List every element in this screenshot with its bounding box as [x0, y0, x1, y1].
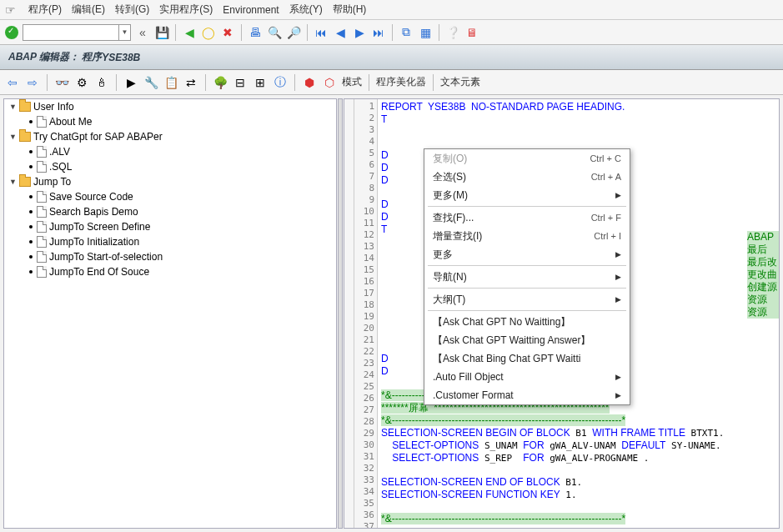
- page-icon: [37, 191, 47, 203]
- tree-node-jumpto[interactable]: ▼Jump To: [4, 174, 336, 189]
- ctx-more1[interactable]: 更多(M)▶: [424, 186, 630, 204]
- new-session-icon[interactable]: ⧉: [399, 25, 414, 40]
- check-icon[interactable]: ⚙: [74, 75, 89, 90]
- folder-icon: [19, 177, 31, 187]
- text-elements-button[interactable]: 文本元素: [440, 75, 480, 89]
- gui-icon[interactable]: 🖥: [464, 25, 479, 40]
- menu-environment[interactable]: Environment: [223, 4, 279, 16]
- ctx-ask2[interactable]: 【Ask Chat GPT Waitting Answer】: [424, 331, 630, 349]
- pretty-icon[interactable]: ⬢: [302, 75, 317, 90]
- activate-icon[interactable]: 🕯: [94, 75, 109, 90]
- where-used-icon[interactable]: 🔧: [143, 75, 158, 90]
- title-prefix: ABAP 编辑器： 程序: [8, 50, 102, 64]
- ctx-sep: [428, 310, 626, 311]
- info-icon[interactable]: ⓘ: [273, 75, 288, 90]
- menubar: ☞ 程序(P) 编辑(E) 转到(G) 实用程序(S) Environment …: [0, 0, 783, 20]
- ctx-more2[interactable]: 更多▶: [424, 245, 630, 263]
- help-icon[interactable]: ❔: [445, 25, 460, 40]
- main-toolbar: ▼ « 💾 ◀ ◯ ✖ 🖶 🔍 🔎 ⏮ ◀ ▶ ⏭ ⧉ ▦ ❔ 🖥: [0, 20, 783, 45]
- menu-icon[interactable]: ☞: [5, 3, 16, 17]
- cancel-icon[interactable]: ✖: [220, 25, 235, 40]
- tree-leaf-aboutme[interactable]: About Me: [4, 114, 336, 129]
- page-icon: [37, 161, 47, 173]
- code-line: REPORT YSE38B NO-STANDARD PAGE HEADING.: [381, 101, 625, 113]
- find-icon[interactable]: 🔍: [267, 25, 282, 40]
- object-list-icon[interactable]: 📋: [163, 75, 178, 90]
- tree-label: .ALV: [49, 146, 70, 158]
- ctx-nav[interactable]: 导航(N)▶: [424, 268, 630, 286]
- find-next-icon[interactable]: 🔎: [286, 25, 301, 40]
- code-line: D: [381, 353, 389, 364]
- page-icon: [37, 266, 47, 278]
- separator: [294, 74, 295, 91]
- tree-node-userinfo[interactable]: ▼User Info: [4, 99, 336, 114]
- tree-leaf-alv[interactable]: .ALV: [4, 144, 336, 159]
- tree-label: Search Bapis Demo: [49, 206, 138, 218]
- ctx-autofill[interactable]: .Auto Fill Object▶: [424, 368, 630, 386]
- pretty2-icon[interactable]: ⬡: [322, 75, 337, 90]
- tree-leaf-init[interactable]: JumpTo Initialization: [4, 234, 336, 249]
- prev-page-icon[interactable]: ◀: [333, 25, 348, 40]
- dropdown-icon[interactable]: ▼: [118, 25, 130, 40]
- next-page-icon[interactable]: ▶: [352, 25, 367, 40]
- execute-icon[interactable]: ▶: [123, 75, 138, 90]
- save-icon[interactable]: 💾: [154, 25, 169, 40]
- tree-leaf-screen[interactable]: JumpTo Screen Define: [4, 219, 336, 234]
- menu-program[interactable]: 程序(P): [28, 3, 62, 17]
- code-line: SELECTION-SCREEN BEGIN OF BLOCK: [381, 427, 570, 439]
- print-icon[interactable]: 🖶: [248, 25, 263, 40]
- first-page-icon[interactable]: ⏮: [314, 25, 329, 40]
- command-combo[interactable]: ▼: [23, 24, 131, 41]
- breakpoint-icon[interactable]: ⊟: [233, 75, 248, 90]
- ok-icon[interactable]: [5, 26, 18, 39]
- layout-icon[interactable]: ▦: [418, 25, 433, 40]
- back-icon[interactable]: ◀: [182, 25, 197, 40]
- exit-icon[interactable]: ◯: [201, 25, 216, 40]
- last-page-icon[interactable]: ⏭: [371, 25, 386, 40]
- tree-leaf-searchbapi[interactable]: Search Bapis Demo: [4, 204, 336, 219]
- separator: [47, 74, 48, 91]
- bullet-icon: [29, 210, 33, 213]
- collapse-icon[interactable]: «: [135, 25, 150, 40]
- tree-label: Try ChatGpt for SAP ABAPer: [33, 131, 163, 143]
- menu-edit[interactable]: 编辑(E): [72, 3, 105, 17]
- nav-back-icon[interactable]: ⇦: [5, 75, 20, 90]
- hierarchy-icon[interactable]: 🌳: [213, 75, 228, 90]
- menu-goto[interactable]: 转到(G): [115, 3, 149, 17]
- tree-node-chatgpt[interactable]: ▼Try ChatGpt for SAP ABAPer: [4, 129, 336, 144]
- page-icon: [37, 236, 47, 248]
- code-line: D: [381, 365, 389, 377]
- mode-button[interactable]: 模式: [342, 75, 362, 89]
- menu-system[interactable]: 系统(Y): [289, 3, 323, 17]
- tree-leaf-sql[interactable]: .SQL: [4, 159, 336, 174]
- splitter[interactable]: [338, 98, 343, 529]
- code-line: T: [381, 113, 387, 125]
- tree-label: .SQL: [49, 161, 72, 173]
- title-program: YSE38B: [102, 52, 140, 63]
- bullet-icon: [29, 120, 33, 123]
- prettyprinter-button[interactable]: 程序美化器: [376, 75, 426, 89]
- ctx-selectall[interactable]: 全选(S)Ctrl + A: [424, 168, 630, 186]
- ctx-custfmt[interactable]: .Customer Format▶: [424, 386, 630, 404]
- menu-utilities[interactable]: 实用程序(S): [159, 3, 213, 17]
- folder-icon: [19, 102, 31, 112]
- pattern-icon[interactable]: ⊞: [253, 75, 268, 90]
- page-icon: [37, 221, 47, 233]
- code-line: SELECT-OPTIONS: [392, 439, 479, 451]
- ctx-outline[interactable]: 大纲(T)▶: [424, 290, 630, 309]
- display-icon[interactable]: 👓: [54, 75, 69, 90]
- ctx-find[interactable]: 查找(F)...Ctrl + F: [424, 208, 630, 227]
- tree-leaf-savesrc[interactable]: Save Source Code: [4, 189, 336, 204]
- line-gutter: 1234567891011121314151617181920212223242…: [354, 99, 378, 528]
- ctx-incfind[interactable]: 增量查找(I)Ctrl + I: [424, 227, 630, 245]
- menu-help[interactable]: 帮助(H): [333, 3, 367, 17]
- folder-icon: [19, 132, 31, 142]
- nav-fwd-icon[interactable]: ⇨: [25, 75, 40, 90]
- ctx-ask3[interactable]: 【Ask Chat Bing Chat GPT Waitti: [424, 349, 630, 368]
- tree-leaf-startsel[interactable]: JumpTo Start-of-selection: [4, 249, 336, 264]
- other-object-icon[interactable]: ⇄: [183, 75, 198, 90]
- page-icon: [37, 116, 47, 128]
- ctx-sep: [428, 288, 626, 289]
- ctx-ask1[interactable]: 【Ask Chat GPT No Waitting】: [424, 313, 630, 331]
- tree-leaf-endsrc[interactable]: JumpTo End Of Souce: [4, 264, 336, 279]
